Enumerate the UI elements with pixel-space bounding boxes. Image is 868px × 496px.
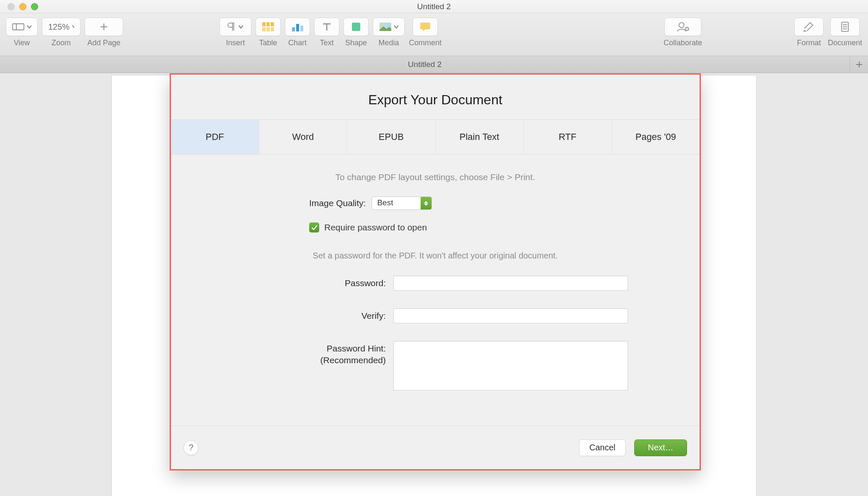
minimize-window-button[interactable] xyxy=(19,3,26,10)
toolbar: View 125% Zoom Add Page Insert xyxy=(0,13,868,56)
select-stepper-icon xyxy=(421,197,431,209)
text-icon xyxy=(322,22,332,32)
media-label: Media xyxy=(378,39,399,47)
export-dialog: Export Your Document PDF Word EPUB Plain… xyxy=(170,73,701,470)
titlebar: Untitled 2 xyxy=(0,0,868,13)
svg-rect-2 xyxy=(262,22,274,26)
table-button[interactable] xyxy=(256,18,281,36)
view-button[interactable] xyxy=(6,18,38,36)
tab-strip: Untitled 2 xyxy=(0,56,868,73)
document-label: Document xyxy=(828,39,862,47)
password-label: Password: xyxy=(243,276,393,289)
zoom-button[interactable]: 125% xyxy=(42,18,80,36)
close-window-button[interactable] xyxy=(8,3,15,10)
format-label: Format xyxy=(797,39,821,47)
document-button[interactable] xyxy=(830,18,860,36)
layout-hint-text: To change PDF layout settings, choose Fi… xyxy=(336,172,535,182)
view-icon xyxy=(12,22,24,31)
document-icon xyxy=(840,21,850,32)
chart-button[interactable] xyxy=(285,18,310,36)
tab-word[interactable]: Word xyxy=(259,120,348,154)
document-tab[interactable]: Untitled 2 xyxy=(0,56,850,72)
require-password-label: Require password to open xyxy=(324,222,427,232)
zoom-label: Zoom xyxy=(52,39,71,47)
workspace: Export Your Document PDF Word EPUB Plain… xyxy=(0,73,868,496)
verify-row: Verify: xyxy=(243,308,628,323)
dialog-title: Export Your Document xyxy=(171,75,700,119)
svg-rect-3 xyxy=(262,27,274,31)
help-button[interactable]: ? xyxy=(183,440,199,455)
dialog-footer: ? Cancel Next… xyxy=(171,426,700,469)
window-title: Untitled 2 xyxy=(417,2,451,11)
image-quality-value: Best xyxy=(372,197,421,209)
comment-icon xyxy=(419,22,431,32)
media-button[interactable] xyxy=(373,18,405,36)
chevron-down-icon xyxy=(72,24,74,29)
new-tab-button[interactable] xyxy=(850,56,868,72)
add-page-button[interactable] xyxy=(85,18,123,36)
svg-rect-9 xyxy=(352,23,360,31)
password-hint-label: Password Hint: (Recommended) xyxy=(243,341,393,367)
image-quality-row: Image Quality: Best xyxy=(309,196,432,210)
svg-point-11 xyxy=(382,24,384,27)
cancel-button[interactable]: Cancel xyxy=(579,439,626,456)
svg-point-13 xyxy=(679,23,684,28)
export-format-tabs: PDF Word EPUB Plain Text RTF Pages '09 xyxy=(171,119,700,155)
shape-icon xyxy=(351,21,362,32)
svg-rect-12 xyxy=(420,23,430,29)
image-quality-select[interactable]: Best xyxy=(372,196,432,210)
tab-epub[interactable]: EPUB xyxy=(347,120,436,154)
svg-rect-7 xyxy=(296,24,299,31)
verify-label: Verify: xyxy=(243,308,393,322)
format-icon xyxy=(803,22,815,32)
traffic-lights xyxy=(8,3,38,10)
insert-label: Insert xyxy=(226,39,245,47)
chart-label: Chart xyxy=(288,39,307,47)
next-button[interactable]: Next… xyxy=(634,439,687,456)
zoom-value: 125% xyxy=(48,22,70,32)
password-section: Set a password for the PDF. It won't aff… xyxy=(183,251,687,403)
table-label: Table xyxy=(259,39,277,47)
require-password-row: Require password to open xyxy=(309,222,427,232)
image-quality-label: Image Quality: xyxy=(309,198,366,208)
password-hint-row: Password Hint: (Recommended) xyxy=(243,341,628,390)
insert-button[interactable] xyxy=(220,18,251,36)
chevron-down-icon xyxy=(27,24,31,29)
tab-pdf[interactable]: PDF xyxy=(171,120,259,154)
view-label: View xyxy=(14,39,30,47)
password-input[interactable] xyxy=(393,276,628,291)
password-hint-input[interactable] xyxy=(393,341,628,390)
pilcrow-icon xyxy=(227,22,236,32)
chart-icon xyxy=(291,21,304,32)
zoom-window-button[interactable] xyxy=(31,3,38,10)
table-icon xyxy=(262,22,274,32)
text-label: Text xyxy=(320,39,333,47)
tab-rtf[interactable]: RTF xyxy=(524,120,612,154)
svg-rect-6 xyxy=(292,27,295,31)
require-password-checkbox[interactable] xyxy=(309,222,319,232)
comment-button[interactable] xyxy=(413,18,438,36)
shape-button[interactable] xyxy=(344,18,369,36)
add-page-label: Add Page xyxy=(87,39,120,47)
format-button[interactable] xyxy=(794,18,824,36)
password-row: Password: xyxy=(243,276,628,291)
collaborate-button[interactable] xyxy=(664,18,701,36)
tab-pages09[interactable]: Pages '09 xyxy=(612,120,700,154)
verify-input[interactable] xyxy=(393,308,628,323)
comment-label: Comment xyxy=(409,39,442,47)
chevron-down-icon xyxy=(394,24,398,29)
svg-rect-8 xyxy=(300,26,303,31)
plus-icon xyxy=(99,22,108,31)
collaborate-icon xyxy=(676,21,690,32)
media-icon xyxy=(379,22,391,31)
dialog-body: To change PDF layout settings, choose Fi… xyxy=(171,155,700,426)
collaborate-label: Collaborate xyxy=(664,39,702,47)
plus-icon xyxy=(855,61,863,68)
chevron-down-icon xyxy=(238,24,243,29)
svg-rect-0 xyxy=(13,24,24,30)
text-button[interactable] xyxy=(314,18,339,36)
password-hint-text: Set a password for the PDF. It won't aff… xyxy=(313,251,558,261)
shape-label: Shape xyxy=(345,39,367,47)
check-icon xyxy=(311,224,318,231)
tab-plain-text[interactable]: Plain Text xyxy=(436,120,524,154)
